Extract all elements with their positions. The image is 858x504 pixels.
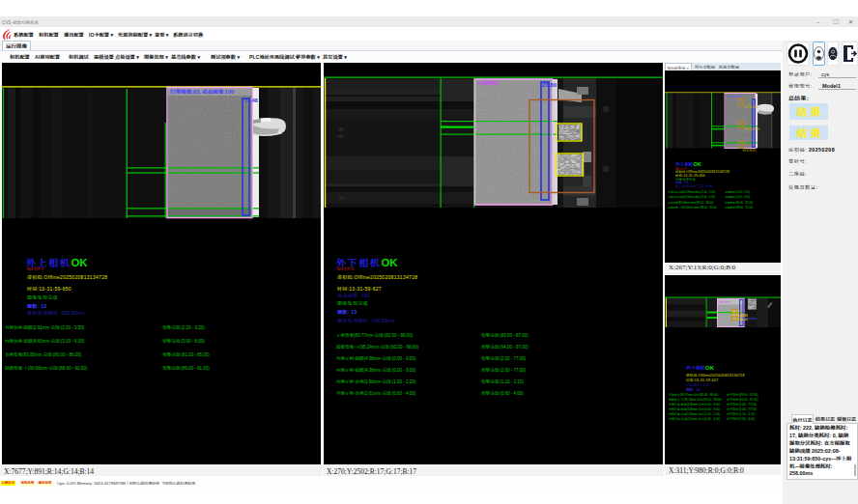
svg-text:88.8,98.81: 88.8,98.81 xyxy=(743,149,758,153)
svg-text:灯带阈值:93, 动态阈值:100: 灯带阈值:93, 动态阈值:100 xyxy=(170,88,234,96)
svg-text:23.80: 23.80 xyxy=(542,80,558,89)
svg-text:73.48: 73.48 xyxy=(244,97,258,104)
svg-text:88.08,08.81: 88.08,08.81 xyxy=(745,127,760,131)
svg-text:AI检测框: AI检测框 xyxy=(477,79,500,87)
svg-text:灯带阈值:93: 灯带阈值:93 xyxy=(727,95,742,98)
svg-text:89.98,98.87: 89.98,98.87 xyxy=(745,105,760,109)
svg-text:AI检测框: AI检测框 xyxy=(720,300,730,304)
